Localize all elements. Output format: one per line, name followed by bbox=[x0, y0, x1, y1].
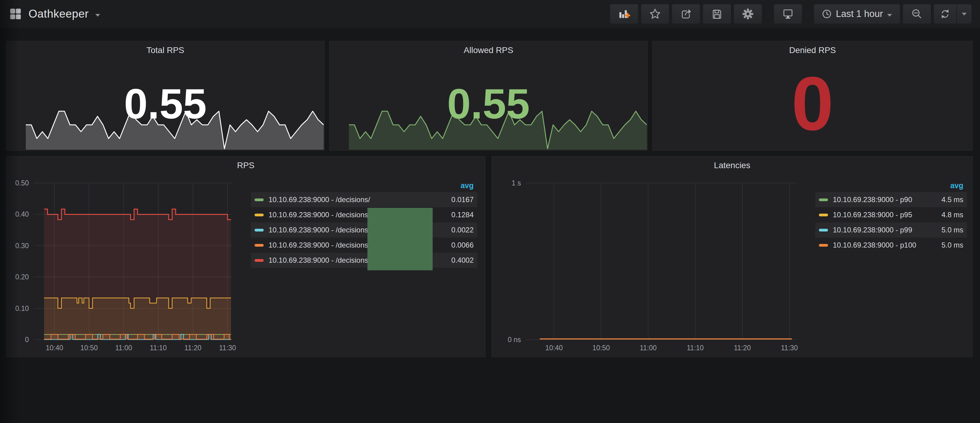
gear-icon bbox=[742, 8, 754, 20]
legend-swatch-icon bbox=[255, 229, 264, 231]
legend-row[interactable]: 10.10.69.238:9000 - /decisions/0.1284 bbox=[251, 207, 477, 222]
zoom-out-button[interactable] bbox=[903, 4, 931, 24]
y-axis-label: 1 s bbox=[492, 179, 521, 187]
legend-avg-value: 0.0022 bbox=[440, 226, 474, 234]
add-panel-button[interactable] bbox=[610, 4, 638, 24]
legend-series-name: 10.10.69.238:9000 - p90 bbox=[833, 195, 930, 204]
share-button[interactable] bbox=[672, 4, 700, 24]
rps-legend: avg 10.10.69.238:9000 - /decisions/0.016… bbox=[251, 179, 477, 268]
dashboard: Total RPS 0.55 Allowed RPS 0.55 Denied R… bbox=[0, 28, 980, 423]
chevron-down-icon bbox=[95, 14, 100, 17]
panel-title[interactable]: Allowed RPS bbox=[329, 46, 648, 55]
panel-title[interactable]: RPS bbox=[6, 161, 485, 170]
dashboard-grid-icon bbox=[9, 8, 22, 20]
legend-avg-value: 0.1284 bbox=[440, 211, 474, 219]
legend-row[interactable]: 10.10.69.238:9000 - /decisions/0.0022 bbox=[251, 222, 477, 238]
legend-row[interactable]: 10.10.69.238:9000 - p995.0 ms bbox=[815, 222, 967, 238]
star-button[interactable] bbox=[641, 4, 669, 24]
legend-row[interactable]: 10.10.69.238:9000 - /decisions/0.4002 bbox=[251, 253, 477, 268]
y-axis-label: 0.10 bbox=[6, 304, 29, 313]
panel-denied-rps: Denied RPS 0 bbox=[652, 41, 973, 151]
legend-rows: 10.10.69.238:9000 - p904.5 ms10.10.69.23… bbox=[815, 192, 967, 253]
legend-swatch-icon bbox=[255, 214, 264, 216]
save-button[interactable] bbox=[703, 4, 731, 24]
panel-total-rps: Total RPS 0.55 bbox=[6, 41, 325, 151]
legend-avg-value: 0.4002 bbox=[440, 256, 474, 265]
toolbar: Last 1 hour bbox=[610, 4, 972, 24]
legend-header: avg bbox=[251, 179, 477, 192]
x-axis-label: 11:10 bbox=[674, 344, 716, 352]
zoom-out-icon bbox=[911, 8, 923, 20]
y-axis-label: 0.30 bbox=[6, 242, 29, 250]
latencies-legend: avg 10.10.69.238:9000 - p904.5 ms10.10.6… bbox=[815, 179, 967, 253]
legend-avg-value: 5.0 ms bbox=[930, 241, 963, 249]
stat-value: 0.55 bbox=[329, 83, 648, 125]
panel-allowed-rps: Allowed RPS 0.55 bbox=[329, 41, 648, 151]
dashboard-title[interactable]: Oathkeeper bbox=[29, 8, 89, 20]
time-range-button[interactable]: Last 1 hour bbox=[814, 4, 900, 24]
settings-button[interactable] bbox=[734, 4, 762, 24]
dashboard-title-group[interactable]: Oathkeeper bbox=[9, 8, 100, 20]
cycle-view-button[interactable] bbox=[774, 4, 802, 24]
panel-rps-graph: RPS avg 10.10.69.238:9000 - /decisions/0… bbox=[6, 156, 485, 357]
clock-icon bbox=[822, 9, 832, 19]
legend-avg-value: 0.0066 bbox=[440, 241, 474, 249]
time-range-label: Last 1 hour bbox=[836, 8, 883, 19]
share-icon bbox=[680, 8, 692, 20]
legend-row[interactable]: 10.10.69.238:9000 - /decisions/0.0167 bbox=[251, 192, 477, 207]
y-axis-label: 0.40 bbox=[6, 210, 29, 219]
legend-row[interactable]: 10.10.69.238:9000 - p904.5 ms bbox=[815, 192, 967, 207]
legend-header: avg bbox=[815, 179, 967, 192]
legend-row[interactable]: 10.10.69.238:9000 - /decisions/0.0066 bbox=[251, 238, 477, 253]
refresh-interval-caret[interactable] bbox=[957, 4, 972, 24]
y-axis-label: 0.50 bbox=[6, 179, 29, 187]
x-axis-label: 11:30 bbox=[768, 344, 811, 352]
panel-title[interactable]: Total RPS bbox=[6, 46, 325, 55]
save-icon bbox=[711, 8, 723, 20]
legend-swatch-icon bbox=[255, 244, 264, 247]
legend-swatch-icon bbox=[255, 259, 264, 262]
refresh-icon bbox=[939, 8, 951, 20]
legend-avg-header[interactable]: avg bbox=[461, 181, 474, 190]
add-panel-icon bbox=[618, 8, 630, 20]
legend-avg-value: 4.8 ms bbox=[930, 211, 963, 219]
x-axis-label: 11:00 bbox=[627, 344, 669, 352]
refresh-button[interactable] bbox=[934, 4, 956, 24]
refresh-group bbox=[934, 4, 972, 24]
stat-value: 0 bbox=[652, 66, 972, 142]
legend-series-name: 10.10.69.238:9000 - p95 bbox=[833, 211, 930, 219]
panel-latencies-graph: Latencies avg 10.10.69.238:9000 - p904.5… bbox=[492, 156, 973, 357]
y-axis-label: 0 bbox=[6, 336, 29, 344]
stat-value: 0.55 bbox=[6, 83, 325, 125]
star-icon bbox=[649, 8, 661, 20]
legend-rows: 10.10.69.238:9000 - /decisions/0.016710.… bbox=[251, 192, 477, 268]
x-axis-label: 11:30 bbox=[206, 344, 249, 352]
legend-series-name: 10.10.69.238:9000 - p99 bbox=[833, 226, 930, 234]
y-axis-label: 0 ns bbox=[492, 336, 521, 344]
x-axis-label: 10:50 bbox=[580, 344, 622, 352]
legend-swatch-icon bbox=[819, 214, 828, 216]
x-axis-label: 10:40 bbox=[533, 344, 575, 352]
legend-avg-value: 5.0 ms bbox=[930, 226, 963, 234]
legend-row[interactable]: 10.10.69.238:9000 - p954.8 ms bbox=[815, 207, 967, 222]
legend-series-name: 10.10.69.238:9000 - p100 bbox=[833, 241, 930, 249]
legend-avg-header[interactable]: avg bbox=[950, 181, 963, 190]
legend-avg-value: 4.5 ms bbox=[930, 195, 963, 204]
panel-title[interactable]: Latencies bbox=[492, 161, 972, 170]
legend-row[interactable]: 10.10.69.238:9000 - p1005.0 ms bbox=[815, 238, 967, 253]
tooltip-overlay bbox=[368, 208, 433, 270]
monitor-icon bbox=[782, 8, 794, 20]
navbar: Oathkeeper bbox=[0, 0, 980, 28]
legend-avg-value: 0.0167 bbox=[440, 195, 474, 204]
chevron-down-icon bbox=[962, 13, 967, 16]
legend-swatch-icon bbox=[255, 198, 264, 201]
legend-swatch-icon bbox=[819, 244, 828, 247]
x-axis-label: 11:20 bbox=[721, 344, 764, 352]
legend-swatch-icon bbox=[819, 229, 828, 231]
panel-title[interactable]: Denied RPS bbox=[652, 46, 972, 55]
y-axis-label: 0.20 bbox=[6, 273, 29, 281]
chevron-down-icon bbox=[887, 14, 892, 17]
legend-series-name: 10.10.69.238:9000 - /decisions/ bbox=[269, 195, 440, 204]
legend-swatch-icon bbox=[819, 198, 828, 201]
